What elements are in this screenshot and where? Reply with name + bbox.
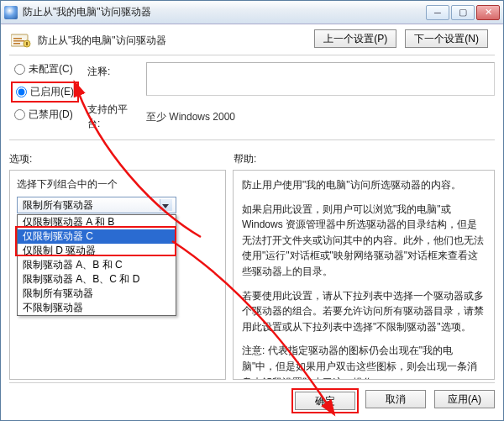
help-text: 若要使用此设置，请从下拉列表中选择一个驱动器或多个驱动器的组合。若要允许访问所有… xyxy=(242,288,486,335)
divider xyxy=(9,55,495,55)
drive-option[interactable]: 仅限制 D 驱动器 xyxy=(18,244,176,258)
help-text: 如果启用此设置，则用户可以浏览"我的电脑"或 Windows 资源管理器中所选驱… xyxy=(242,202,486,280)
radio-not-configured[interactable]: 未配置(C) xyxy=(14,62,76,76)
divider xyxy=(9,139,495,140)
app-icon xyxy=(4,6,18,19)
help-heading: 帮助: xyxy=(234,152,495,166)
options-heading: 选项: xyxy=(9,152,234,166)
drive-option[interactable]: 限制驱动器 A、B、C 和 D xyxy=(18,272,176,287)
svg-rect-3 xyxy=(13,43,20,45)
config-radio-group: 未配置(C) 已启用(E) 已禁用(D) xyxy=(9,62,76,122)
title-bar: 防止从"我的电脑"访问驱动器 ─ ▢ ✕ xyxy=(1,1,503,24)
notes-label: 注释: xyxy=(87,62,138,79)
drive-combo-value: 限制所有驱动器 xyxy=(23,198,93,213)
drive-option[interactable]: 仅限制驱动器 C xyxy=(18,229,176,244)
header-subtitle: 防止从"我的电脑"访问驱动器 xyxy=(38,34,166,48)
drive-option[interactable]: 不限制驱动器 xyxy=(18,301,176,315)
dialog-footer: 确定 取消 应用(A) xyxy=(9,382,495,412)
options-pane: 选择下列组合中的一个 限制所有驱动器 仅限制驱动器 A 和 B 仅限制驱动器 C… xyxy=(9,170,226,380)
prev-setting-button[interactable]: 上一个设置(P) xyxy=(314,29,396,48)
nav-buttons: 上一个设置(P) 下一个设置(N) xyxy=(314,29,488,48)
ok-highlight: 确定 xyxy=(291,388,359,413)
close-button[interactable]: ✕ xyxy=(476,5,500,20)
help-text: 注意: 代表指定驱动器的图标仍会出现在"我的电脑"中，但是如果用户双击这些图标，… xyxy=(242,343,486,379)
drive-combo[interactable]: 限制所有驱动器 xyxy=(17,197,176,213)
svg-rect-5 xyxy=(26,42,28,45)
help-text: 防止用户使用"我的电脑"访问所选驱动器的内容。 xyxy=(242,177,486,193)
drive-dropdown-list: 仅限制驱动器 A 和 B 仅限制驱动器 C 仅限制 D 驱动器 限制驱动器 A、… xyxy=(17,214,176,316)
help-scroll[interactable]: 防止用户使用"我的电脑"访问所选驱动器的内容。 如果启用此设置，则用户可以浏览"… xyxy=(234,171,494,379)
svg-rect-2 xyxy=(13,40,24,42)
radio-enabled-highlight: 已启用(E) xyxy=(11,82,79,103)
cancel-button[interactable]: 取消 xyxy=(365,390,426,408)
ok-button[interactable]: 确定 xyxy=(295,392,355,410)
dropdown-label: 选择下列组合中的一个 xyxy=(17,177,218,192)
minimize-button[interactable]: ─ xyxy=(426,5,449,20)
dialog-window: 防止从"我的电脑"访问驱动器 ─ ▢ ✕ 防止从"我的电脑"访问驱动器 上一个设… xyxy=(0,0,504,421)
drive-option[interactable]: 限制所有驱动器 xyxy=(18,287,176,301)
maximize-button[interactable]: ▢ xyxy=(451,5,475,20)
svg-rect-1 xyxy=(13,38,22,39)
drive-option[interactable]: 限制驱动器 A、B 和 C xyxy=(18,258,176,272)
notes-textarea[interactable] xyxy=(146,62,495,96)
policy-icon xyxy=(9,31,33,50)
window-title: 防止从"我的电脑"访问驱动器 xyxy=(23,5,426,19)
drive-option[interactable]: 仅限制驱动器 A 和 B xyxy=(18,215,176,229)
radio-disabled[interactable]: 已禁用(D) xyxy=(14,108,76,122)
platform-value: 至少 Windows 2000 xyxy=(146,110,235,124)
radio-enabled[interactable]: 已启用(E) xyxy=(16,85,74,99)
platform-label: 支持的平台: xyxy=(87,103,138,131)
apply-button[interactable]: 应用(A) xyxy=(434,390,495,408)
help-pane: 防止用户使用"我的电脑"访问所选驱动器的内容。 如果启用此设置，则用户可以浏览"… xyxy=(233,170,495,380)
next-setting-button[interactable]: 下一个设置(N) xyxy=(405,29,488,48)
